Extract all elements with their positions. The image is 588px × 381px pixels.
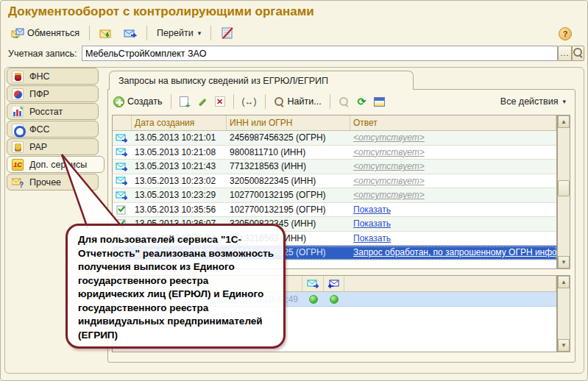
sidebar-item-label: ФНС <box>29 71 50 82</box>
table-row[interactable]: 13.05.2013 10:21:08 9800811710 (ИНН) <от… <box>113 146 556 160</box>
icon-column-header[interactable] <box>113 115 132 130</box>
account-more-button[interactable]: ... <box>558 46 572 61</box>
exchange-label: Обменяться <box>27 28 79 38</box>
settings-button[interactable] <box>372 96 387 108</box>
table-row[interactable]: 13.05.2013 10:23:02 320500822345 (ИНН) <… <box>113 174 556 189</box>
chevron-down-icon: ▾ <box>562 98 566 105</box>
exchange-button[interactable]: Обменяться <box>7 26 84 40</box>
sidebar-item-fss[interactable]: ФСС <box>7 121 99 138</box>
sidebar-item-label: РАР <box>29 142 47 152</box>
journal-slash-icon <box>221 27 234 39</box>
refresh-button[interactable]: ⟳ <box>355 95 369 108</box>
1c-services-icon <box>12 159 24 171</box>
app-window: Документооборот с контролирующими органа… <box>0 0 588 381</box>
column-header-response[interactable]: Ответ <box>350 115 556 130</box>
rar-emblem-icon <box>12 141 24 153</box>
find-button[interactable]: Найти... <box>272 95 324 109</box>
find-label: Найти... <box>288 96 322 107</box>
account-search-button[interactable] <box>572 46 584 61</box>
sidebar-item-rosstat[interactable]: Росстат <box>7 103 99 120</box>
scroll-down-icon[interactable]: ▼ <box>558 256 570 268</box>
show-response-link[interactable]: Показать <box>353 218 391 229</box>
toolbar-separator <box>233 94 234 109</box>
callout-pointer <box>52 148 155 236</box>
pencil-icon <box>196 96 207 107</box>
callout-bubble: Для пользователей сервиса "1С-Отчетность… <box>65 224 286 349</box>
search-icon <box>274 96 285 107</box>
status-green-icon <box>309 295 318 304</box>
refresh-icon: ⟳ <box>358 96 366 107</box>
processed-response-link[interactable]: Запрос обработан, по запрошенному ОГРН и… <box>353 247 556 257</box>
received-envelope-icon <box>328 279 340 288</box>
sidebar-item-label: ФСС <box>29 124 50 135</box>
fss-emblem-icon <box>12 124 24 135</box>
send-mail-button[interactable] <box>119 26 141 40</box>
toolbar-separator <box>210 26 211 40</box>
toolbar-separator <box>171 94 171 109</box>
toolbar-separator <box>89 26 90 40</box>
help-button[interactable]: ? <box>559 27 572 40</box>
page-title: Документооборот с контролирующими органа… <box>8 4 314 19</box>
show-response-link[interactable]: Показать <box>353 233 391 243</box>
column-header-inn-ogrn[interactable]: ИНН или ОГРН <box>227 115 350 130</box>
response-absent: <отсутствует> <box>353 176 425 186</box>
scroll-down-icon[interactable]: ▼ <box>558 339 570 352</box>
account-label: Учетная запись: <box>8 49 77 59</box>
column-header-date[interactable]: Дата создания <box>132 115 227 130</box>
copy-document-icon <box>180 96 188 107</box>
svg-text:?: ? <box>19 181 24 188</box>
window-settings-icon <box>374 97 385 107</box>
journal-toggle-button[interactable] <box>216 25 238 41</box>
requests-table-header: Дата создания ИНН или ОГРН Ответ <box>113 115 556 131</box>
goto-button[interactable]: Перейти ▾ <box>152 26 205 40</box>
clear-find-button[interactable] <box>336 95 352 109</box>
search-icon <box>573 47 584 58</box>
sent-envelope-icon <box>116 133 127 143</box>
table-row[interactable]: 13.05.2013 10:23:29 1027700132195 (ОГРН)… <box>113 188 556 203</box>
envelope-question-icon: ? <box>12 177 24 188</box>
delete-x-icon: ✕ <box>215 96 225 107</box>
create-label: Создать <box>127 96 163 107</box>
show-response-link[interactable]: Показать <box>353 204 391 215</box>
edit-button[interactable] <box>194 95 209 108</box>
callout-text: Для пользователей сервиса "1С-Отчетность… <box>78 234 274 341</box>
requests-toolbar: Создать ✕ (↔) Найти... ⟳ Все действия ▾ <box>111 92 572 111</box>
exchange-table-scrollbar[interactable]: ▲ ▼ <box>557 275 570 352</box>
scroll-up-icon[interactable]: ▲ <box>558 115 570 128</box>
table-row[interactable]: 13.05.2013 10:21:43 7713218563 (ИНН) <от… <box>113 160 556 174</box>
table-row[interactable]: 13.05.2013 10:35:56 1027700132195 (ОГРН)… <box>113 203 556 218</box>
plus-circle-icon <box>113 96 124 107</box>
all-actions-button[interactable]: Все действия ▾ <box>500 96 572 107</box>
account-input[interactable]: МебельСтройКомплект ЗАО <box>82 46 558 61</box>
clear-search-icon <box>339 96 350 107</box>
status-green-icon <box>330 295 339 304</box>
sidebar-item-label: Росстат <box>29 107 63 117</box>
exchange-extra-column-header[interactable] <box>344 276 556 291</box>
delete-button[interactable]: ✕ <box>213 95 227 108</box>
tab-egrul-egrip-requests[interactable]: Запросы на выписку сведений из ЕГРЮЛ/ЕГР… <box>109 71 414 90</box>
exchange-envelopes-icon <box>11 28 24 38</box>
copy-button[interactable] <box>177 95 191 108</box>
sidebar-item-fns[interactable]: ФНС <box>7 68 99 85</box>
rosstat-chart-icon <box>12 106 24 118</box>
table-row[interactable]: 13.05.2013 10:21:01 2456987456325 (ОГРН)… <box>113 131 556 146</box>
response-absent: <отсутствует> <box>353 190 425 200</box>
resize-icon: (↔) <box>242 96 257 107</box>
receive-mail-button[interactable] <box>95 26 116 40</box>
requests-table-scrollbar[interactable]: ▲ ▼ <box>557 115 570 269</box>
response-absent: <отсутствует> <box>353 147 425 157</box>
sidebar-item-label: ПФР <box>29 89 49 99</box>
toolbar-separator <box>265 94 266 109</box>
scrollbar-thumb[interactable] <box>558 180 570 196</box>
scroll-up-icon[interactable]: ▲ <box>558 276 570 288</box>
send-envelope-icon <box>124 28 137 38</box>
received-envelope-column-header[interactable] <box>324 276 344 291</box>
create-button[interactable]: Создать <box>111 95 165 109</box>
main-toolbar: Обменяться Перейти ▾ <box>7 24 238 43</box>
autowidth-button[interactable]: (↔) <box>240 95 259 108</box>
sidebar-item-pfr[interactable]: ПФР <box>7 85 99 102</box>
goto-label: Перейти <box>157 28 194 38</box>
toolbar-separator <box>146 26 147 40</box>
sent-envelope-column-header[interactable] <box>302 276 324 291</box>
response-absent: <отсутствует> <box>353 132 425 143</box>
